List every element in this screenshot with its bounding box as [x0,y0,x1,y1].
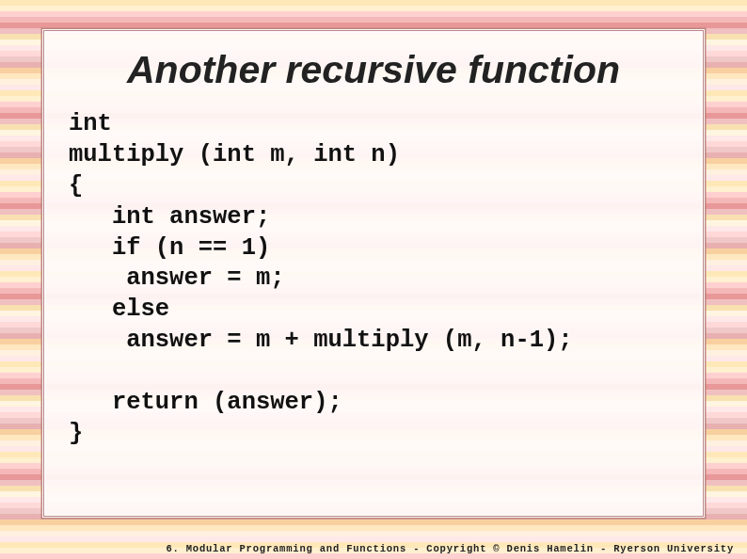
slide-footer: 6. Modular Programming and Functions - C… [166,543,734,554]
slide-title: Another recursive function [69,48,678,92]
slide-content-frame: Another recursive function int multiply … [41,28,706,519]
code-block: int multiply (int m, int n) { int answer… [69,109,678,450]
